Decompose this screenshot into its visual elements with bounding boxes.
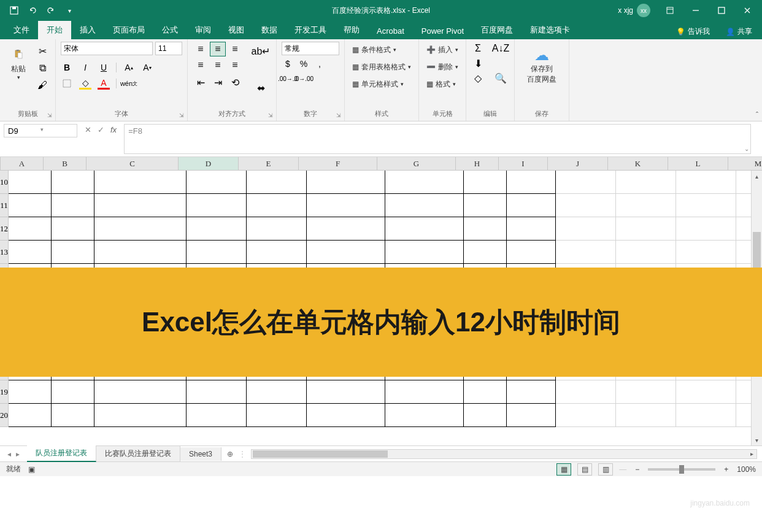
- page-break-view-icon[interactable]: ▥: [598, 463, 613, 476]
- align-top-icon[interactable]: ≡: [193, 42, 209, 56]
- cell[interactable]: [9, 241, 52, 264]
- tab-formulas[interactable]: 公式: [153, 21, 187, 39]
- tab-power-pivot[interactable]: Power Pivot: [413, 23, 472, 39]
- dialog-launcher-icon[interactable]: ⇲: [45, 111, 54, 120]
- format-table-button[interactable]: ▦套用表格格式▾: [350, 59, 414, 75]
- cell[interactable]: [52, 194, 94, 217]
- cell[interactable]: [94, 404, 187, 427]
- cell[interactable]: [507, 194, 556, 217]
- copy-icon[interactable]: ⧉: [36, 61, 49, 75]
- macro-record-icon[interactable]: ▣: [28, 465, 35, 474]
- cell[interactable]: [94, 380, 187, 404]
- find-select-icon[interactable]: 🔍: [492, 71, 509, 85]
- cell[interactable]: [9, 171, 52, 194]
- cell[interactable]: [616, 194, 676, 217]
- cell[interactable]: [187, 380, 247, 404]
- align-bottom-icon[interactable]: ≡: [227, 42, 243, 56]
- cancel-formula-icon[interactable]: ✕: [85, 125, 91, 134]
- accounting-format-icon[interactable]: $: [282, 58, 294, 70]
- col-header-M[interactable]: M: [728, 157, 762, 170]
- row-header-20[interactable]: 20: [0, 404, 9, 427]
- cell[interactable]: [247, 217, 307, 241]
- cell-styles-button[interactable]: ▦单元格样式▾: [350, 76, 414, 92]
- col-header-D[interactable]: D: [179, 157, 239, 170]
- cell[interactable]: [94, 217, 187, 241]
- cell[interactable]: [616, 404, 676, 427]
- cell[interactable]: [676, 217, 736, 241]
- cell[interactable]: [507, 217, 556, 241]
- cell[interactable]: [9, 194, 52, 217]
- decrease-decimal-icon[interactable]: .0→.00: [298, 72, 310, 85]
- col-header-F[interactable]: F: [299, 157, 377, 170]
- cell[interactable]: [676, 194, 736, 217]
- fill-icon[interactable]: ⬇: [471, 56, 485, 70]
- tab-developer[interactable]: 开发工具: [286, 21, 335, 39]
- cell[interactable]: [556, 404, 616, 427]
- col-header-E[interactable]: E: [239, 157, 299, 170]
- grow-font-icon[interactable]: A▴: [123, 61, 135, 74]
- cell[interactable]: [507, 241, 556, 264]
- undo-icon[interactable]: [25, 2, 40, 18]
- percent-format-icon[interactable]: %: [298, 58, 310, 70]
- delete-cells-button[interactable]: ➖删除▾: [424, 59, 461, 75]
- cell[interactable]: [464, 171, 507, 194]
- cell[interactable]: [464, 217, 507, 241]
- cell[interactable]: [247, 171, 307, 194]
- dialog-launcher-icon[interactable]: ⇲: [266, 111, 275, 120]
- align-middle-icon[interactable]: ≡: [210, 42, 226, 56]
- align-left-icon[interactable]: ≡: [193, 58, 209, 72]
- increase-indent-icon[interactable]: ⇥: [210, 75, 226, 90]
- wrap-text-icon[interactable]: ab↵: [252, 44, 270, 58]
- bold-button[interactable]: B: [61, 61, 73, 74]
- format-cells-button[interactable]: ▦格式▾: [424, 76, 461, 92]
- page-layout-view-icon[interactable]: ▤: [577, 463, 592, 476]
- col-header-J[interactable]: J: [548, 157, 608, 170]
- borders-icon[interactable]: [61, 77, 73, 90]
- orientation-icon[interactable]: ⟲: [227, 75, 243, 90]
- col-header-K[interactable]: K: [608, 157, 668, 170]
- sheet-tab-2[interactable]: 比赛队员注册登记表: [96, 446, 180, 461]
- cell[interactable]: [9, 217, 52, 241]
- cell[interactable]: [385, 241, 464, 264]
- fill-color-icon[interactable]: ◇: [79, 77, 91, 90]
- sheet-tab-1[interactable]: 队员注册登记表: [27, 445, 96, 462]
- phonetic-icon[interactable]: wén文: [123, 77, 135, 90]
- col-header-H[interactable]: H: [456, 157, 499, 170]
- dialog-launcher-icon[interactable]: ⇲: [177, 111, 186, 120]
- cell[interactable]: [94, 194, 187, 217]
- cell[interactable]: [385, 404, 464, 427]
- cell[interactable]: [52, 217, 94, 241]
- font-name-input[interactable]: [61, 42, 153, 55]
- cell[interactable]: [307, 217, 385, 241]
- name-box[interactable]: D9▾: [4, 124, 77, 137]
- zoom-slider[interactable]: [648, 468, 715, 471]
- tab-page-layout[interactable]: 页面布局: [104, 21, 153, 39]
- cell[interactable]: [676, 380, 736, 404]
- dialog-launcher-icon[interactable]: ⇲: [334, 111, 343, 120]
- merge-center-icon[interactable]: ⬌: [252, 81, 270, 94]
- scroll-thumb[interactable]: [753, 232, 761, 269]
- normal-view-icon[interactable]: ▦: [556, 463, 571, 476]
- row-header-10[interactable]: 10: [0, 171, 9, 194]
- save-baidu-button[interactable]: ☁ 保存到 百度网盘: [520, 42, 564, 90]
- font-color-icon[interactable]: A: [98, 77, 110, 90]
- close-icon[interactable]: [735, 1, 760, 20]
- sheet-nav-next-icon[interactable]: ▸: [16, 450, 20, 458]
- sheet-nav-prev-icon[interactable]: ◂: [7, 450, 11, 458]
- row-header-11[interactable]: 11: [0, 194, 9, 217]
- cell[interactable]: [507, 404, 556, 427]
- col-header-L[interactable]: L: [668, 157, 728, 170]
- cell[interactable]: [556, 241, 616, 264]
- conditional-format-button[interactable]: ▦条件格式▾: [350, 42, 414, 58]
- minimize-icon[interactable]: [683, 1, 708, 20]
- save-icon[interactable]: [6, 2, 22, 18]
- cell[interactable]: [187, 241, 247, 264]
- format-painter-icon[interactable]: 🖌: [36, 79, 49, 92]
- tab-review[interactable]: 审阅: [187, 21, 220, 39]
- expand-formula-icon[interactable]: ⌄: [744, 145, 749, 152]
- col-header-B[interactable]: B: [44, 157, 87, 170]
- cell[interactable]: [385, 194, 464, 217]
- hscroll-thumb[interactable]: [253, 450, 388, 458]
- cell[interactable]: [507, 380, 556, 404]
- cell[interactable]: [616, 380, 676, 404]
